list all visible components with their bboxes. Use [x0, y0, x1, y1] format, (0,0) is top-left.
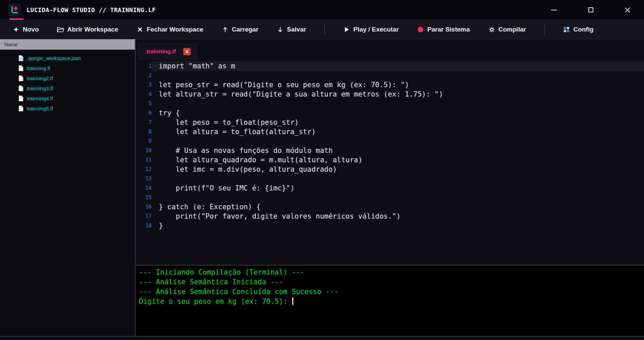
tab-trainning-lf[interactable]: trainning.lf: [139, 44, 197, 59]
line-number: 17: [136, 212, 152, 221]
file-name: trainning5.lf: [27, 106, 53, 111]
toolbar-button-parar-sistema[interactable]: Parar Sistema: [417, 26, 470, 33]
toolbar-button-salvar[interactable]: Salvar: [277, 26, 306, 33]
code-text: print(f"O seu IMC é: {imc}"): [152, 184, 295, 192]
toolbar-button-label: Play / Executar: [353, 26, 399, 33]
code-text: try {: [152, 109, 180, 117]
code-line: 4let altura_str = read("Digite a sua alt…: [136, 90, 644, 99]
code-editor[interactable]: 1import "math" as m23let peso_str = read…: [136, 61, 644, 265]
close-icon: [624, 7, 631, 13]
minimize-icon: [551, 10, 557, 10]
toolbar-button-play-executar[interactable]: Play / Executar: [343, 26, 399, 33]
toolbar-button-carregar[interactable]: Carregar: [221, 26, 258, 33]
app-logo-icon: [8, 4, 21, 16]
window-controls: [546, 0, 644, 20]
code-line-body: let peso_str = read("Digite o seu peso e…: [152, 80, 644, 90]
accent-underline: [9, 18, 23, 20]
line-number: 10: [136, 146, 152, 155]
terminal-text: --- Análise Semântica Concluída com Suce…: [139, 288, 338, 296]
code-text: print("Por favor, digite valores numéric…: [152, 212, 401, 220]
file-item[interactable]: trainning.lf: [0, 63, 135, 73]
terminal-text: Digite o seu peso em kg (ex: 70.5):: [139, 297, 292, 305]
close-icon: [185, 50, 189, 54]
code-line: 18}: [136, 221, 644, 230]
line-number: 7: [136, 118, 152, 127]
file-item[interactable]: trainning4.lf: [0, 93, 135, 103]
file-name: trainning4.lf: [27, 96, 53, 101]
code-line-body: [152, 193, 644, 202]
line-number: 14: [136, 183, 152, 193]
app-title: LUCIDA-FLOW STUDIO // TRAINNING.LF: [27, 6, 156, 13]
terminal-text: --- Iniciando Compilação (Terminal) ---: [139, 268, 304, 276]
toolbar-button-abrir-workspace[interactable]: Abrir Workspace: [57, 26, 118, 33]
close-button[interactable]: [620, 0, 635, 20]
maximize-button[interactable]: [583, 0, 598, 20]
code-text: [152, 193, 159, 202]
file-icon: [18, 85, 23, 92]
line-number: 8: [136, 127, 152, 136]
toolbar-button-config[interactable]: Config: [563, 26, 593, 33]
line-number: 2: [136, 71, 152, 80]
code-line: 16} catch (e: Exception) {: [136, 202, 644, 212]
toolbar-button-novo[interactable]: Novo: [12, 26, 39, 33]
code-line-body: [152, 99, 644, 108]
minimize-button[interactable]: [546, 0, 561, 20]
toolbar-button-label: Salvar: [287, 26, 306, 33]
code-line: 7 let peso = to_float(peso_str): [136, 118, 644, 127]
code-text: [152, 175, 159, 183]
code-line: 1import "math" as m: [136, 61, 644, 71]
terminal[interactable]: --- Iniciando Compilação (Terminal) ----…: [136, 265, 644, 336]
line-number: 15: [136, 193, 152, 202]
code-line-body: let altura_quadrado = m.mult(altura, alt…: [152, 155, 644, 165]
file-item[interactable]: trainning2.lf: [0, 73, 135, 83]
toolbar-button-compilar[interactable]: Compilar: [488, 26, 526, 33]
title-bar: LUCIDA-FLOW STUDIO // TRAINNING.LF: [0, 0, 644, 20]
file-item[interactable]: trainning3.lf: [0, 83, 135, 93]
tab-close-button[interactable]: [183, 48, 191, 55]
tab-bar: trainning.lf: [136, 39, 644, 61]
line-number: 13: [136, 174, 152, 183]
code-line-body: [152, 71, 644, 80]
code-line-body: import "math" as m: [152, 61, 644, 71]
file-item[interactable]: trainning5.lf: [0, 103, 135, 113]
line-number: 1: [136, 61, 152, 71]
code-line: 9: [136, 136, 644, 146]
toolbar-divider: [544, 24, 545, 35]
toolbar-button-fechar-workspace[interactable]: Fechar Workspace: [136, 26, 203, 33]
code-text: let altura = to_float(altura_str): [152, 128, 316, 136]
sparkle-icon: [12, 26, 20, 33]
line-number: 4: [136, 90, 152, 99]
file-explorer: Name .qorigin_workspace.jsontrainning.lf…: [0, 39, 136, 336]
line-number: 5: [136, 99, 152, 108]
code-line: 10 # Usa as novas funções do módulo math: [136, 146, 644, 155]
terminal-line: Digite o seu peso em kg (ex: 70.5):: [139, 297, 644, 306]
code-text: [152, 71, 159, 79]
code-line-body: [152, 174, 644, 183]
maximize-icon: [588, 7, 593, 12]
app-window: LUCIDA-FLOW STUDIO // TRAINNING.LF NovoA…: [0, 0, 644, 340]
line-number: 12: [136, 165, 152, 174]
tab-label: trainning.lf: [146, 48, 176, 55]
content-area: Name .qorigin_workspace.jsontrainning.lf…: [0, 39, 644, 336]
upload-arrow-icon: [221, 26, 229, 33]
line-number: 6: [136, 108, 152, 118]
code-line-body: # Usa as novas funções do módulo math: [152, 146, 644, 155]
code-text: [152, 137, 159, 145]
code-line: 14 print(f"O seu IMC é: {imc}"): [136, 183, 644, 193]
editor-pane: trainning.lf 1import "math" as m23let pe…: [136, 39, 644, 336]
folder-open-icon: [57, 27, 64, 33]
line-number: 16: [136, 202, 152, 212]
file-item[interactable]: .qorigin_workspace.json: [0, 53, 135, 63]
download-arrow-icon: [277, 26, 284, 33]
code-line: 11 let altura_quadrado = m.mult(altura, …: [136, 155, 644, 165]
line-number: 18: [136, 221, 152, 230]
code-text: import "math" as m: [152, 62, 235, 70]
code-line: 17 print("Por favor, digite valores numé…: [136, 212, 644, 221]
toolbar-button-label: Novo: [23, 26, 39, 33]
toolbar-button-label: Fechar Workspace: [147, 26, 203, 33]
code-line-body: let altura_str = read("Digite a sua altu…: [152, 90, 644, 99]
code-text: let altura_quadrado = m.mult(altura, alt…: [152, 156, 362, 164]
line-number: 9: [136, 136, 152, 146]
play-icon: [343, 26, 350, 33]
code-line: 12 let imc = m.div(peso, altura_quadrado…: [136, 165, 644, 174]
